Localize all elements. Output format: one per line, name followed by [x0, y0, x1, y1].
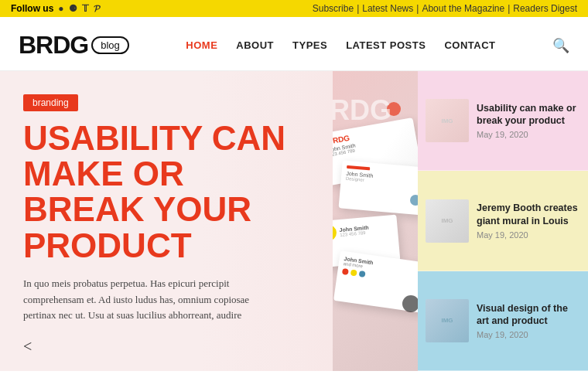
dribbble-icon[interactable]: ⚈ [69, 3, 77, 14]
side-card-3-date: May 19, 2020 [477, 330, 580, 339]
logo-badge: blog [91, 36, 129, 54]
share-icon[interactable]: < [23, 338, 32, 355]
side-card-2-content: Jeremy Booth creates giant mural in Loui… [477, 202, 580, 240]
nav-about[interactable]: ABOUT [236, 39, 274, 51]
top-bar-right: Subscribe | Latest News | About the Maga… [313, 3, 577, 14]
about-magazine-link[interactable]: About the Magazine [422, 3, 504, 14]
nav-contact[interactable]: CONTACT [444, 39, 495, 51]
side-card-1-content: Usability can make or break your product… [477, 102, 580, 140]
social-icons: ● ⚈ 𝕋 𝓟 [58, 3, 99, 14]
side-card-2-title: Jeremy Booth creates giant mural in Loui… [477, 202, 580, 227]
dot-black [402, 295, 419, 312]
twitter-icon[interactable]: 𝕋 [82, 3, 89, 14]
branding-tag: branding [23, 94, 78, 111]
brdg-overlay: BRDG [333, 94, 391, 127]
nav-types[interactable]: TYPES [292, 39, 327, 51]
header: BRDG blog HOME ABOUT TYPES LATEST POSTS … [0, 17, 588, 71]
side-card-3-content: Visual design of the art and product May… [477, 302, 580, 340]
side-card-3-thumb: IMG [426, 299, 469, 342]
side-card-3-title: Visual design of the art and product [477, 302, 580, 328]
hero-left: branding USABILITY CAN MAKE OR BREAK YOU… [0, 71, 333, 371]
side-card-1-date: May 19, 2020 [477, 130, 580, 139]
hero-right: BRDG BRDG John Smith 123 456 789 John Sm… [333, 71, 588, 371]
side-card-1-thumb: IMG [426, 99, 469, 142]
side-cards: IMG Usability can make or break your pro… [418, 71, 588, 371]
nav-home[interactable]: HOME [186, 39, 217, 51]
side-card-2-date: May 19, 2020 [477, 230, 580, 240]
logo[interactable]: BRDG blog [19, 31, 129, 60]
hero-section: branding USABILITY CAN MAKE OR BREAK YOU… [0, 71, 588, 371]
search-icon[interactable]: 🔍 [552, 37, 569, 54]
nav-latest-posts[interactable]: LATEST POSTS [346, 39, 426, 51]
logo-text: BRDG [19, 31, 88, 60]
side-card-2-thumb: IMG [426, 199, 469, 243]
side-card-2[interactable]: IMG Jeremy Booth creates giant mural in … [418, 171, 588, 271]
card-2: John Smith Designer [339, 160, 428, 215]
top-bar: Follow us ● ⚈ 𝕋 𝓟 Subscribe | Latest New… [0, 0, 588, 17]
latest-news-link[interactable]: Latest News [362, 3, 413, 14]
hero-description: In quo meis probatus perpetua. Has epicu… [23, 276, 271, 324]
main-nav: HOME ABOUT TYPES LATEST POSTS CONTACT [186, 39, 495, 51]
hero-title: USABILITY CAN MAKE OR BREAK YOUR PRODUCT [23, 121, 309, 264]
readers-digest-link[interactable]: Readers Digest [513, 3, 577, 14]
side-card-1[interactable]: IMG Usability can make or break your pro… [418, 71, 588, 171]
subscribe-link[interactable]: Subscribe [313, 3, 354, 14]
side-card-1-title: Usability can make or break your product [477, 102, 580, 128]
pinterest-icon[interactable]: 𝓟 [94, 3, 100, 14]
side-card-3[interactable]: IMG Visual design of the art and product… [418, 271, 588, 371]
instagram-icon[interactable]: ● [58, 3, 63, 14]
follow-us-label: Follow us [11, 3, 53, 14]
top-bar-left: Follow us ● ⚈ 𝕋 𝓟 [11, 3, 100, 14]
